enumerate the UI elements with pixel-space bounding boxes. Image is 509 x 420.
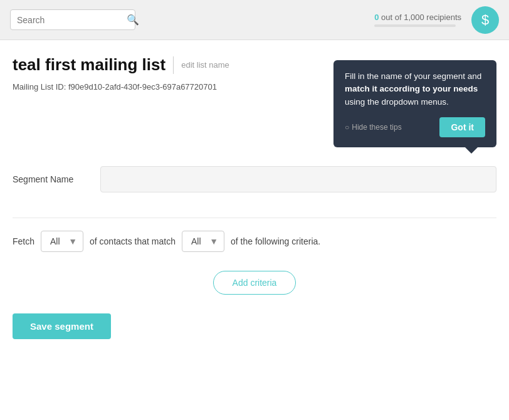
tooltip-arrow xyxy=(465,147,478,154)
recipients-text: 0 out of 1,000 recipients xyxy=(374,13,461,22)
hide-tips-label: Hide these tips xyxy=(352,122,401,133)
tooltip-container: Fill in the name of your segment and mat… xyxy=(333,60,496,147)
contacts-match-text: of contacts that match xyxy=(90,236,176,246)
header: 🔍 0 out of 1,000 recipients $ xyxy=(0,0,509,40)
segment-name-section: Segment Name xyxy=(13,166,496,205)
search-box[interactable]: 🔍 xyxy=(10,9,135,30)
got-it-button[interactable]: Got it xyxy=(439,117,485,137)
hide-tips-link[interactable]: ○ Hide these tips xyxy=(345,122,402,133)
following-criteria-text: of the following criteria. xyxy=(231,236,320,246)
add-criteria-wrapper: Add criteria xyxy=(13,271,496,295)
recipients-info: 0 out of 1,000 recipients xyxy=(374,13,461,27)
fetch-all-select[interactable]: All xyxy=(41,231,83,252)
recipients-count: 0 xyxy=(374,13,379,22)
add-criteria-button[interactable]: Add criteria xyxy=(213,271,296,295)
search-input[interactable] xyxy=(17,15,127,25)
title-divider xyxy=(173,56,174,74)
circle-icon: ○ xyxy=(345,122,349,133)
match-all-select[interactable]: All xyxy=(182,231,224,252)
fetch-all-select-wrap: All ▼ xyxy=(41,231,83,252)
tooltip-text-end: using the dropdown menus. xyxy=(345,97,449,107)
mailing-id-value: f90e9d10-2afd-430f-9ec3-697a67720701 xyxy=(68,82,217,92)
page-title: teal first mailing list xyxy=(13,55,165,75)
tooltip-footer: ○ Hide these tips Got it xyxy=(345,117,485,137)
tooltip-text: Fill in the name of your segment and mat… xyxy=(345,70,485,108)
section-divider xyxy=(13,218,496,218)
main-content: teal first mailing list edit list name M… xyxy=(0,40,509,420)
recipients-bar xyxy=(374,24,456,27)
avatar: $ xyxy=(471,6,499,34)
segment-name-row: Segment Name xyxy=(13,166,496,192)
fetch-label: Fetch xyxy=(13,236,34,246)
mailing-id-label: Mailing List ID: xyxy=(13,82,66,92)
segment-name-label: Segment Name xyxy=(13,174,88,184)
tooltip-box: Fill in the name of your segment and mat… xyxy=(333,60,496,147)
edit-list-name-link[interactable]: edit list name xyxy=(181,60,229,70)
search-icon: 🔍 xyxy=(127,14,139,26)
fetch-row: Fetch All ▼ of contacts that match All ▼… xyxy=(13,231,496,252)
match-all-select-wrap: All ▼ xyxy=(182,231,224,252)
header-right: 0 out of 1,000 recipients $ xyxy=(374,6,499,34)
tooltip-text-start: Fill in the name of your segment and xyxy=(345,71,481,81)
tooltip-text-bold: match it according to your needs xyxy=(345,84,478,93)
recipients-label: out of 1,000 recipients xyxy=(381,13,461,22)
segment-name-input[interactable] xyxy=(100,166,496,192)
save-segment-button[interactable]: Save segment xyxy=(13,313,111,339)
